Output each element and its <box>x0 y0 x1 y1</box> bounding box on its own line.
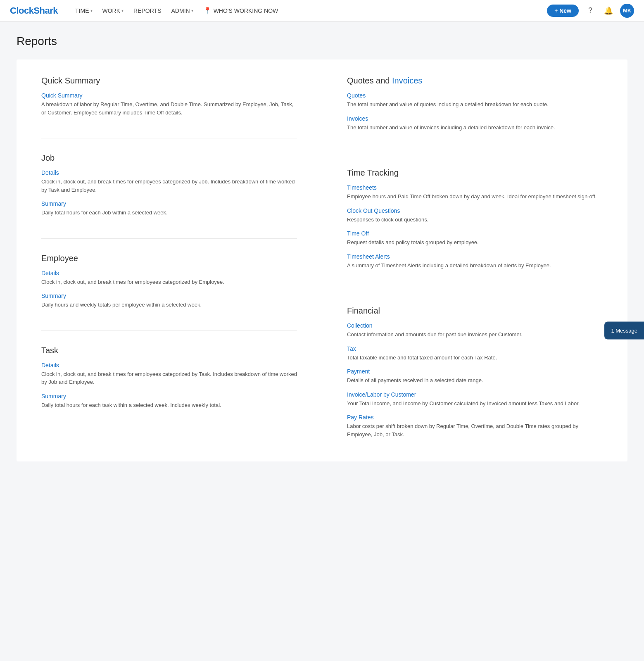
timesheets-desc: Employee hours and Paid Time Off broken … <box>347 193 603 201</box>
notifications-button[interactable]: 🔔 <box>602 4 615 17</box>
navbar: ClockShark TIME ▾ WORK ▾ REPORTS ADMIN ▾… <box>0 0 644 21</box>
section-title-job: Job <box>41 153 297 163</box>
report-item: Summary Daily total hours for each task … <box>41 393 297 409</box>
reports-card: Quick Summary Quick Summary A breakdown … <box>17 59 627 461</box>
section-title-financial: Financial <box>347 306 603 316</box>
section-time-tracking: Time Tracking Timesheets Employee hours … <box>347 168 603 291</box>
bell-icon: 🔔 <box>604 6 613 15</box>
quick-summary-desc: A breakdown of labor by Regular Time, Ov… <box>41 100 297 117</box>
nav-right: + New ? 🔔 MK <box>547 4 634 18</box>
report-item: Timesheet Alerts A summary of Timesheet … <box>347 253 603 270</box>
report-item: Clock Out Questions Responses to clock o… <box>347 207 603 224</box>
section-title-task: Task <box>41 346 297 355</box>
invoice-labor-customer-link[interactable]: Invoice/Labor by Customer <box>347 391 603 398</box>
collection-link[interactable]: Collection <box>347 322 603 329</box>
report-item: Timesheets Employee hours and Paid Time … <box>347 184 603 201</box>
section-title-time-tracking: Time Tracking <box>347 168 603 178</box>
report-item: Payment Details of all payments received… <box>347 368 603 385</box>
report-item: Summary Daily total hours for each Job w… <box>41 200 297 217</box>
section-quotes-invoices: Quotes and Invoices Quotes The total num… <box>347 76 603 153</box>
message-bubble[interactable]: 1 Message <box>604 322 644 340</box>
report-item: Collection Contact information and amoun… <box>347 322 603 339</box>
section-task: Task Details Clock in, clock out, and br… <box>41 346 297 409</box>
chevron-down-icon: ▾ <box>121 8 124 13</box>
report-item: Details Clock in, clock out, and break t… <box>41 362 297 386</box>
avatar[interactable]: MK <box>620 4 634 18</box>
left-column: Quick Summary Quick Summary A breakdown … <box>17 76 322 445</box>
clock-out-questions-desc: Responses to clock out questions. <box>347 216 603 224</box>
time-off-desc: Request details and policy totals groupe… <box>347 238 603 247</box>
job-summary-link[interactable]: Summary <box>41 200 297 207</box>
tax-desc: Total taxable income and total taxed amo… <box>347 354 603 362</box>
task-details-desc: Clock in, clock out, and break times for… <box>41 370 297 386</box>
employee-details-link[interactable]: Details <box>41 270 297 276</box>
section-title-employee: Employee <box>41 254 297 263</box>
question-icon: ? <box>588 6 592 15</box>
section-title-quotes-invoices: Quotes and Invoices <box>347 76 603 86</box>
chevron-down-icon: ▾ <box>90 8 93 13</box>
time-off-link[interactable]: Time Off <box>347 230 603 237</box>
pay-rates-desc: Labor costs per shift broken down by Reg… <box>347 422 603 438</box>
help-button[interactable]: ? <box>584 4 597 17</box>
nav-time[interactable]: TIME ▾ <box>71 5 96 17</box>
invoices-link[interactable]: Invoices <box>347 115 603 122</box>
right-column: Quotes and Invoices Quotes The total num… <box>322 76 627 445</box>
quotes-link[interactable]: Quotes <box>347 92 603 99</box>
employee-summary-desc: Daily hours and weekly totals per employ… <box>41 301 297 309</box>
report-item: Details Clock in, clock out, and break t… <box>41 270 297 286</box>
task-summary-link[interactable]: Summary <box>41 393 297 399</box>
report-item: Invoice/Labor by Customer Your Total Inc… <box>347 391 603 408</box>
quick-summary-link[interactable]: Quick Summary <box>41 92 297 99</box>
nav-admin[interactable]: ADMIN ▾ <box>167 5 197 17</box>
new-button[interactable]: + New <box>547 5 579 17</box>
report-item: Tax Total taxable income and total taxed… <box>347 345 603 362</box>
logo[interactable]: ClockShark <box>10 5 58 16</box>
collection-desc: Contact information and amounts due for … <box>347 330 603 339</box>
payment-desc: Details of all payments received in a se… <box>347 376 603 385</box>
report-item: Time Off Request details and policy tota… <box>347 230 603 247</box>
quotes-desc: The total number and value of quotes inc… <box>347 100 603 109</box>
pin-icon: 📍 <box>203 7 211 14</box>
job-details-link[interactable]: Details <box>41 169 297 176</box>
report-item: Quotes The total number and value of quo… <box>347 92 603 109</box>
timesheets-link[interactable]: Timesheets <box>347 184 603 191</box>
task-summary-desc: Daily total hours for each task within a… <box>41 401 297 409</box>
section-job: Job Details Clock in, clock out, and bre… <box>41 153 297 239</box>
job-summary-desc: Daily total hours for each Job within a … <box>41 209 297 217</box>
report-item: Invoices The total number and value of i… <box>347 115 603 132</box>
invoice-labor-customer-desc: Your Total Income, and Income by Custome… <box>347 399 603 408</box>
tax-link[interactable]: Tax <box>347 345 603 352</box>
report-item: Summary Daily hours and weekly totals pe… <box>41 292 297 309</box>
clock-out-questions-link[interactable]: Clock Out Questions <box>347 207 603 214</box>
report-item: Details Clock in, clock out, and break t… <box>41 169 297 194</box>
nav-reports[interactable]: REPORTS <box>129 5 165 17</box>
report-item: Pay Rates Labor costs per shift broken d… <box>347 414 603 438</box>
section-quick-summary: Quick Summary Quick Summary A breakdown … <box>41 76 297 138</box>
timesheet-alerts-link[interactable]: Timesheet Alerts <box>347 253 603 260</box>
invoices-desc: The total number and value of invoices i… <box>347 124 603 132</box>
section-employee: Employee Details Clock in, clock out, an… <box>41 254 297 331</box>
report-item: Quick Summary A breakdown of labor by Re… <box>41 92 297 117</box>
nav-work[interactable]: WORK ▾ <box>98 5 128 17</box>
timesheet-alerts-desc: A summary of Timesheet Alerts including … <box>347 262 603 270</box>
task-details-link[interactable]: Details <box>41 362 297 369</box>
page-content: Reports Quick Summary Quick Summary A br… <box>0 21 644 475</box>
chevron-down-icon: ▾ <box>191 8 193 13</box>
job-details-desc: Clock in, clock out, and break times for… <box>41 178 297 194</box>
nav-links: TIME ▾ WORK ▾ REPORTS ADMIN ▾ 📍 WHO'S WO… <box>71 4 547 17</box>
section-financial: Financial Collection Contact information… <box>347 306 603 438</box>
pay-rates-link[interactable]: Pay Rates <box>347 414 603 421</box>
payment-link[interactable]: Payment <box>347 368 603 375</box>
section-title-quick-summary: Quick Summary <box>41 76 297 86</box>
employee-details-desc: Clock in, clock out, and break times for… <box>41 278 297 286</box>
nav-whos-working[interactable]: 📍 WHO'S WORKING NOW <box>199 4 283 17</box>
page-title: Reports <box>17 35 627 48</box>
employee-summary-link[interactable]: Summary <box>41 292 297 299</box>
